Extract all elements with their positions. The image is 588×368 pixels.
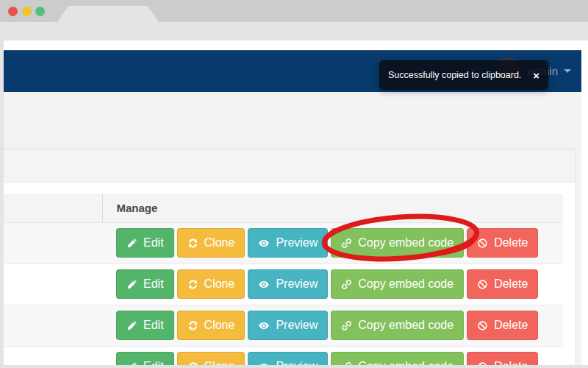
action-button-group: Edit Clone xyxy=(102,228,563,258)
caret-down-icon xyxy=(564,69,571,73)
eye-icon xyxy=(258,320,270,331)
toast-notification: Successfully copied to clipboard. × xyxy=(379,60,548,90)
window-zoom-button[interactable] xyxy=(35,7,45,16)
content-panel: Manage Edit xyxy=(4,149,576,365)
eye-icon xyxy=(258,238,270,249)
delete-button[interactable]: Delete xyxy=(467,228,538,258)
clone-button[interactable]: Clone xyxy=(177,352,245,365)
delete-button[interactable]: Delete xyxy=(467,352,538,365)
panel-body: Manage Edit xyxy=(4,183,576,365)
ban-icon xyxy=(477,361,488,366)
link-icon xyxy=(341,320,352,331)
window-minimize-button[interactable] xyxy=(22,7,32,16)
link-icon xyxy=(341,238,352,249)
action-button-group: Edit Clone xyxy=(102,352,563,365)
pencil-icon xyxy=(126,238,137,249)
link-icon xyxy=(341,279,352,290)
ban-icon xyxy=(477,238,488,249)
edit-button[interactable]: Edit xyxy=(116,352,174,365)
table-header-row: Manage xyxy=(4,194,563,222)
eye-icon xyxy=(258,361,270,366)
table-row: Edit Clone xyxy=(4,305,563,346)
delete-button[interactable]: Delete xyxy=(467,311,538,340)
copy-embed-code-button[interactable]: Copy embed code xyxy=(331,269,464,299)
table-row: Edit Clone xyxy=(4,346,563,365)
pencil-icon xyxy=(126,361,137,366)
clone-button[interactable]: Clone xyxy=(177,228,245,258)
clone-button[interactable]: Clone xyxy=(177,269,245,299)
manage-column-header: Manage xyxy=(102,194,563,222)
table-row: Edit Clone xyxy=(4,263,563,305)
edit-button[interactable]: Edit xyxy=(116,311,174,340)
ban-icon xyxy=(477,320,488,331)
window-edge-bottom xyxy=(0,365,588,368)
refresh-icon xyxy=(187,238,198,249)
refresh-icon xyxy=(187,279,198,290)
action-button-group: Edit Clone xyxy=(102,269,563,299)
close-icon[interactable]: × xyxy=(533,70,539,81)
table-cell-empty xyxy=(4,305,102,346)
app-viewport: admin Successfully copied to clipboard. … xyxy=(4,40,581,365)
items-table: Manage Edit xyxy=(4,194,563,365)
refresh-icon xyxy=(187,361,198,366)
table-cell-empty xyxy=(4,222,102,263)
pencil-icon xyxy=(126,279,137,290)
edit-button[interactable]: Edit xyxy=(116,269,174,299)
refresh-icon xyxy=(187,320,198,331)
table-cell-empty xyxy=(4,346,102,365)
browser-toolbar xyxy=(0,22,588,40)
pencil-icon xyxy=(126,320,137,331)
preview-button[interactable]: Preview xyxy=(248,269,328,299)
eye-icon xyxy=(258,279,270,290)
preview-button[interactable]: Preview xyxy=(248,228,328,258)
delete-button[interactable]: Delete xyxy=(467,269,538,299)
preview-button[interactable]: Preview xyxy=(248,311,328,340)
copy-embed-code-button[interactable]: Copy embed code xyxy=(331,228,464,258)
browser-titlebar xyxy=(0,0,588,22)
table-body: Edit Clone xyxy=(4,222,563,365)
toast-message: Successfully copied to clipboard. xyxy=(388,70,521,80)
link-icon xyxy=(341,361,352,366)
table-cell-empty xyxy=(4,263,102,305)
preview-button[interactable]: Preview xyxy=(248,352,328,365)
copy-embed-code-button[interactable]: Copy embed code xyxy=(331,352,464,365)
panel-heading xyxy=(4,149,576,183)
first-column-header xyxy=(4,194,102,222)
copy-embed-code-button[interactable]: Copy embed code xyxy=(331,311,464,340)
action-button-group: Edit Clone xyxy=(102,311,563,340)
page-background: Manage Edit xyxy=(4,92,581,365)
clone-button[interactable]: Clone xyxy=(177,311,245,340)
table-row: Edit Clone xyxy=(4,222,563,263)
ban-icon xyxy=(477,279,488,290)
edit-button[interactable]: Edit xyxy=(116,228,174,258)
browser-tab[interactable] xyxy=(57,6,159,22)
window-close-button[interactable] xyxy=(8,7,18,16)
